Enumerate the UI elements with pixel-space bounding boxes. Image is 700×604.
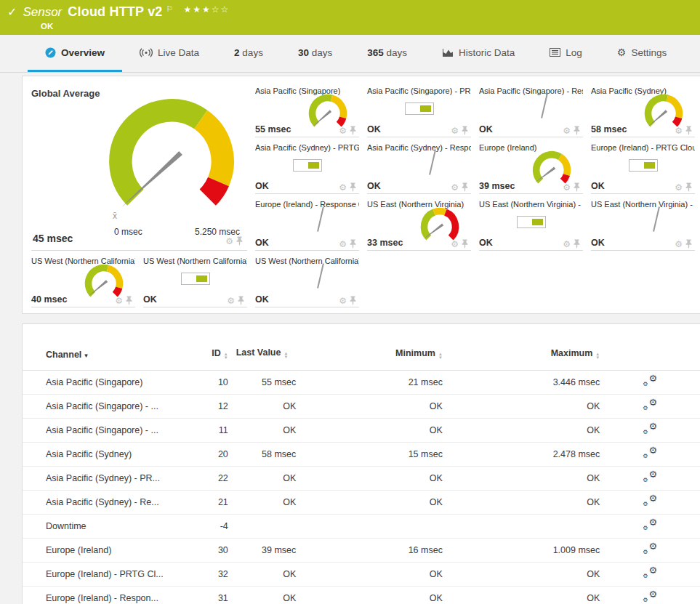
pin-icon[interactable] (574, 239, 580, 249)
gear-icon[interactable]: ⚙ (339, 240, 347, 249)
cell-min: OK (296, 569, 443, 579)
channel-title: Europe (Ireland) - PRTG Cloud... (591, 140, 695, 152)
panel-actions: ⚙ (563, 126, 580, 135)
channel-panel: Asia Pacific (Sydney) - PRTG ...OK⚙ (255, 140, 359, 194)
channel-panel: Asia Pacific (Sydney) - Respo...OK⚙ (367, 140, 471, 194)
pin-icon[interactable] (462, 239, 468, 249)
tab-historic-data[interactable]: Historic Data (425, 35, 532, 72)
cell-actions: ⚙⚙ (600, 399, 700, 413)
edit-channel-settings-icon[interactable]: ⚙⚙ (643, 543, 657, 555)
edit-channel-settings-icon[interactable]: ⚙⚙ (643, 447, 657, 459)
table-row[interactable]: Asia Pacific (Sydney) - Re...21OKOKOK⚙⚙ (23, 491, 700, 515)
cell-id: 30 (189, 545, 228, 555)
edit-channel-settings-icon[interactable]: ⚙⚙ (643, 567, 657, 579)
table-row[interactable]: Asia Pacific (Sydney)2058 msec15 msec2.4… (23, 443, 700, 467)
panel-actions: ⚙ (563, 239, 580, 249)
column-header-maximum[interactable]: Maximum▲▼ (443, 348, 600, 360)
tab-365-days[interactable]: 365 days (350, 35, 425, 72)
column-label: Last Value (236, 347, 281, 358)
gear-icon[interactable]: ⚙ (675, 183, 683, 192)
cell-min: 21 msec (296, 377, 443, 387)
global-average-value: 45 msec (33, 233, 73, 244)
table-row[interactable]: Asia Pacific (Sydney) - PR...22OKOKOK⚙⚙ (23, 467, 700, 491)
pin-icon[interactable] (238, 296, 244, 305)
column-header-minimum[interactable]: Minimum▲▼ (296, 348, 443, 360)
edit-channel-settings-icon[interactable]: ⚙⚙ (643, 399, 657, 411)
gear-icon[interactable]: ⚙ (675, 126, 683, 135)
flag-icon[interactable]: ⚐ (166, 4, 174, 14)
cell-min: OK (296, 425, 443, 435)
ok-switch-indicator (517, 216, 546, 228)
cell-last: OK (228, 425, 296, 435)
pin-icon[interactable] (685, 126, 692, 135)
pin-icon[interactable] (574, 182, 580, 192)
cell-actions: ⚙⚙ (600, 447, 700, 461)
pin-icon[interactable] (685, 182, 692, 192)
edit-channel-settings-icon[interactable]: ⚙⚙ (643, 375, 657, 387)
cell-channel: Downtime (46, 521, 189, 531)
cell-max: OK (443, 569, 600, 579)
table-row[interactable]: Asia Pacific (Singapore) - ...11OKOKOK⚙⚙ (23, 419, 700, 443)
channel-title: US West (Northern California)... (255, 254, 359, 265)
cell-id: 21 (189, 497, 228, 507)
table-row[interactable]: Europe (Ireland) - Respon...31OKOKOK⚙⚙ (23, 587, 700, 604)
pin-icon[interactable] (236, 236, 243, 246)
gauge-scale-max: 5.250 msec (195, 227, 240, 237)
panel-actions: ⚙ (563, 182, 580, 192)
sort-toggle-icon: ▲▼ (595, 353, 600, 360)
tab-2-days[interactable]: 2 days (217, 35, 281, 72)
pin-icon[interactable] (462, 182, 468, 192)
priority-stars[interactable]: ★★★☆☆ (183, 4, 230, 15)
table-row[interactable]: Asia Pacific (Singapore) - ...12OKOKOK⚙⚙ (23, 395, 700, 419)
column-label: Maximum (551, 348, 593, 358)
gear-icon[interactable]: ⚙ (339, 183, 347, 192)
tab-30-days[interactable]: 30 days (281, 35, 350, 72)
channel-value: OK (255, 294, 269, 305)
tab-log[interactable]: Log (532, 35, 600, 72)
tab-overview[interactable]: Overview (28, 35, 122, 72)
pin-icon[interactable] (462, 126, 468, 135)
gear-icon[interactable]: ⚙ (339, 126, 347, 135)
gear-icon[interactable]: ⚙ (451, 183, 459, 192)
tab-settings[interactable]: ⚙Settings (600, 35, 684, 72)
status-check-icon: ✓ (7, 7, 17, 18)
cell-id: 12 (189, 401, 228, 411)
channel-value: 39 msec (479, 181, 515, 191)
channel-panel: US East (Northern Virginia) - ...OK⚙ (591, 197, 695, 251)
column-header-id[interactable]: ID▲▼ (189, 348, 228, 360)
channel-panel: Asia Pacific (Singapore) - PR...OK⚙ (367, 84, 471, 137)
gear-icon[interactable]: ⚙ (225, 237, 233, 246)
table-row[interactable]: Downtime-4⚙⚙ (23, 515, 700, 539)
gear-icon[interactable]: ⚙ (563, 183, 571, 192)
gear-icon[interactable]: ⚙ (563, 126, 571, 135)
pin-icon[interactable] (350, 296, 356, 305)
live-data-icon (140, 48, 153, 57)
column-header-last-value[interactable]: Last Value▲▼ (228, 346, 296, 360)
cell-actions: ⚙⚙ (600, 495, 700, 509)
edit-channel-settings-icon[interactable]: ⚙⚙ (643, 423, 657, 435)
gear-icon[interactable]: ⚙ (451, 126, 459, 135)
edit-channel-settings-icon[interactable]: ⚙⚙ (643, 471, 657, 483)
column-label: ID (212, 348, 221, 358)
edit-channel-settings-icon[interactable]: ⚙⚙ (643, 519, 657, 531)
gear-icon[interactable]: ⚙ (451, 240, 459, 249)
gear-icon[interactable]: ⚙ (563, 240, 571, 249)
gear-icon[interactable]: ⚙ (675, 240, 683, 249)
edit-channel-settings-icon[interactable]: ⚙⚙ (643, 591, 657, 603)
table-row[interactable]: Europe (Ireland)3039 msec16 msec1.009 ms… (23, 539, 700, 563)
pin-icon[interactable] (350, 182, 356, 192)
pin-icon[interactable] (350, 239, 356, 249)
pin-icon[interactable] (350, 126, 356, 135)
pin-icon[interactable] (574, 126, 580, 135)
gear-icon[interactable]: ⚙ (339, 297, 347, 305)
gear-icon[interactable]: ⚙ (227, 297, 235, 305)
edit-channel-settings-icon[interactable]: ⚙⚙ (643, 495, 657, 507)
column-header-channel[interactable]: Channel▾ (46, 350, 189, 360)
pin-icon[interactable] (685, 239, 692, 249)
cell-channel: Asia Pacific (Singapore) (46, 377, 189, 387)
table-row[interactable]: Europe (Ireland) - PRTG Cl...32OKOKOK⚙⚙ (23, 563, 700, 587)
gear-icon[interactable]: ⚙ (115, 297, 123, 305)
tab-live-data[interactable]: Live Data (122, 35, 217, 72)
pin-icon[interactable] (126, 296, 132, 305)
table-row[interactable]: Asia Pacific (Singapore)1055 msec21 msec… (23, 371, 700, 395)
